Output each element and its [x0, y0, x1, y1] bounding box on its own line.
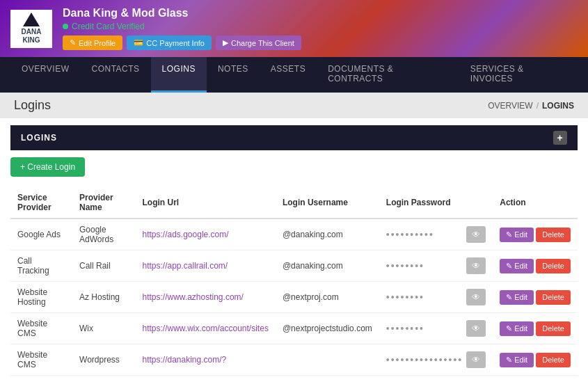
table-row: Call Tracking Call Rail https://app.call… [10, 250, 578, 282]
login-url-link[interactable]: https://danaking.com/? [142, 355, 226, 365]
cell-service-provider: Website CMS [10, 376, 72, 383]
tab-assets[interactable]: ASSETS [260, 57, 317, 93]
edit-icon: ✎ [70, 38, 76, 47]
cell-action: ✎ Edit Delete [493, 313, 578, 344]
edit-button[interactable]: ✎ Edit [500, 228, 534, 242]
edit-pencil-icon: ✎ [506, 293, 512, 302]
cell-login-username [276, 344, 379, 376]
logins-table: Service Provider Provider Name Login Url… [10, 187, 578, 382]
eye-icon: 👁 [472, 230, 480, 239]
eye-icon: 👁 [472, 261, 480, 271]
toggle-password-button[interactable]: 👁 [466, 320, 486, 337]
tab-contacts[interactable]: CONTACTS [80, 57, 150, 93]
section-header: LOGINS + [10, 125, 578, 150]
cell-login-url[interactable]: https://www.wix.com/account/sites [135, 313, 275, 344]
edit-button[interactable]: ✎ Edit [500, 259, 534, 273]
login-url-link[interactable]: https://app.callrail.com/ [142, 261, 228, 271]
toggle-password-button[interactable]: 👁 [466, 289, 486, 305]
login-url-link[interactable]: https://ads.google.com/ [142, 230, 228, 239]
cell-login-password: •••••••• 👁 [379, 313, 493, 344]
verified-label: Credit Card Verified [72, 22, 145, 31]
col-service-provider: Service Provider [10, 187, 72, 218]
toggle-password-button[interactable]: 👁 [466, 226, 486, 243]
cell-login-password: •••••••••••••••• 👁 [379, 344, 493, 376]
login-url-link[interactable]: https://www.azhosting.com/ [142, 292, 243, 302]
toggle-password-button[interactable]: 👁 [466, 257, 486, 274]
col-action: Action [493, 187, 578, 218]
charge-client-button[interactable]: ▶ Charge This Client [216, 35, 301, 50]
cell-action: ✎ Edit Delete [493, 344, 578, 376]
table-row: Google Ads Google AdWords https://ads.go… [10, 218, 578, 250]
breadcrumb-overview[interactable]: OVERVIEW [488, 101, 532, 111]
table-row: Website CMS Wordpress https://mod.glass/… [10, 376, 578, 383]
delete-button[interactable]: Delete [536, 259, 571, 273]
tab-logins[interactable]: LOGINS [151, 57, 207, 93]
edit-profile-button[interactable]: ✎ Edit Profile [63, 35, 122, 50]
delete-button[interactable]: Delete [536, 228, 571, 242]
cell-provider-name: Call Rail [72, 250, 135, 282]
cell-service-provider: Website Hosting [10, 282, 72, 313]
action-buttons: ✎ Edit Delete [500, 353, 571, 367]
header-buttons: ✎ Edit Profile 💳 CC Payment Info ▶ Charg… [63, 35, 578, 50]
cell-login-password: •••••••••• 👁 [379, 218, 493, 250]
charge-icon: ▶ [223, 38, 228, 47]
password-field: •••••••• 👁 [386, 257, 486, 274]
cell-action: ✎ Edit Delete [493, 282, 578, 313]
cell-login-username [276, 376, 379, 383]
cell-login-url[interactable]: https://app.callrail.com/ [135, 250, 275, 282]
col-login-username: Login Username [276, 187, 379, 218]
expand-icon[interactable]: + [553, 131, 567, 145]
verified-dot [63, 24, 68, 29]
breadcrumb-bar: Logins OVERVIEW / LOGINS [0, 93, 588, 118]
cell-login-url[interactable]: https://www.azhosting.com/ [135, 282, 275, 313]
edit-button[interactable]: ✎ Edit [500, 290, 534, 305]
password-field: •••••••••••••••• 👁 [386, 351, 486, 368]
cell-provider-name: Az Hosting [72, 282, 135, 313]
login-url-link[interactable]: https://www.wix.com/account/sites [142, 324, 268, 333]
main-content: LOGINS + + Create Login Service Provider… [0, 118, 588, 382]
cell-provider-name: Wordpress [72, 344, 135, 376]
delete-button[interactable]: Delete [536, 321, 571, 336]
company-logo: DANA KING [10, 10, 52, 48]
cell-service-provider: Google Ads [10, 218, 72, 250]
edit-pencil-icon: ✎ [506, 262, 512, 271]
password-dots: •••••••• [386, 323, 463, 334]
cell-service-provider: Website CMS [10, 313, 72, 344]
delete-button[interactable]: Delete [536, 290, 571, 305]
logo-line2: KING [22, 36, 40, 44]
eye-icon: 👁 [472, 355, 480, 365]
company-name: Dana King & Mod Glass [63, 7, 578, 19]
col-login-url: Login Url [135, 187, 275, 218]
toggle-password-button[interactable]: 👁 [466, 351, 486, 368]
col-login-password: Login Password [379, 187, 493, 218]
cell-provider-name: Wordpress [72, 376, 135, 383]
create-login-button[interactable]: + Create Login [10, 157, 85, 177]
tab-overview[interactable]: OVERVIEW [10, 57, 80, 93]
cell-login-url[interactable]: https://danaking.com/? [135, 344, 275, 376]
eye-icon: 👁 [472, 324, 480, 333]
eye-icon: 👁 [472, 292, 480, 302]
cell-login-username: @danaking.com [276, 250, 379, 282]
cell-login-password: •••••••• 👁 [379, 282, 493, 313]
cc-payment-button[interactable]: 💳 CC Payment Info [127, 35, 212, 50]
edit-pencil-icon: ✎ [506, 324, 512, 333]
tab-notes[interactable]: NOTES [207, 57, 260, 93]
tab-documents[interactable]: DOCUMENTS & CONTRACTS [317, 57, 459, 93]
password-field: •••••••••• 👁 [386, 226, 486, 243]
edit-button[interactable]: ✎ Edit [500, 353, 534, 367]
password-dots: •••••••• [386, 292, 463, 303]
cell-login-username: @danaking.com [276, 218, 379, 250]
cell-service-provider: Call Tracking [10, 250, 72, 282]
edit-button[interactable]: ✎ Edit [500, 321, 534, 336]
company-info: Dana King & Mod Glass Credit Card Verifi… [63, 7, 578, 50]
action-buttons: ✎ Edit Delete [500, 290, 571, 305]
delete-button[interactable]: Delete [536, 353, 571, 367]
edit-pencil-icon: ✎ [506, 356, 512, 365]
tab-services[interactable]: SERVICES & INVOICES [459, 57, 578, 93]
cell-login-url[interactable]: https://mod.glass/? [135, 376, 275, 383]
table-row: Website CMS Wix https://www.wix.com/acco… [10, 313, 578, 344]
page-header: DANA KING Dana King & Mod Glass Credit C… [0, 0, 588, 57]
cc-icon: 💳 [134, 38, 143, 47]
cell-login-url[interactable]: https://ads.google.com/ [135, 218, 275, 250]
password-dots: •••••••• [386, 260, 463, 271]
